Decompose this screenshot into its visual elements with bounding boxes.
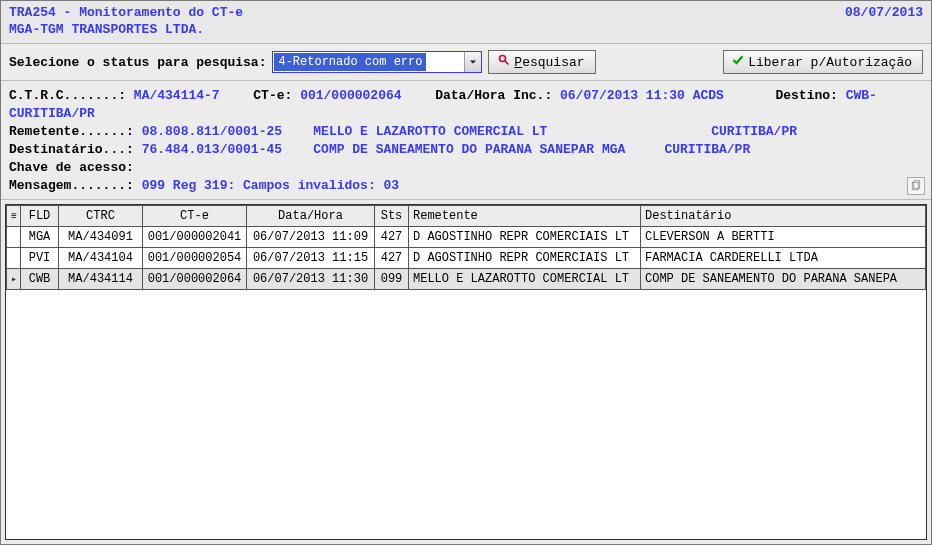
- filter-bar: Selecione o status para pesquisa: 4-Reto…: [1, 44, 931, 81]
- table-row[interactable]: MGAMA/434091001/00000204106/07/2013 11:0…: [7, 227, 926, 248]
- data-table[interactable]: ≡ FLD CTRC CT-e Data/Hora Sts Remetente …: [6, 205, 926, 290]
- destino-label: Destino:: [775, 88, 837, 103]
- cell-sts: 427: [375, 248, 409, 269]
- cell-remetente: MELLO E LAZAROTTO COMERCIAL LT: [409, 269, 641, 290]
- grid: ≡ FLD CTRC CT-e Data/Hora Sts Remetente …: [5, 204, 927, 540]
- destinatario-cnpj: 76.484.013/0001-45: [142, 142, 282, 157]
- col-sts[interactable]: Sts: [375, 206, 409, 227]
- cell-sts: 099: [375, 269, 409, 290]
- status-select-value: 4-Retornado com erro: [274, 53, 426, 71]
- copy-icon[interactable]: [907, 177, 925, 195]
- cell-cte: 001/000002054: [143, 248, 247, 269]
- cell-mark: [7, 227, 21, 248]
- check-icon: [732, 54, 744, 70]
- datahora-value: 06/07/2013 11:30 ACDS: [560, 88, 724, 103]
- col-destinatario[interactable]: Destinatário: [641, 206, 926, 227]
- remetente-cidade: CURITIBA/PR: [711, 124, 797, 139]
- cell-fld: PVI: [21, 248, 59, 269]
- cell-ctrc: MA/434104: [59, 248, 143, 269]
- col-remetente[interactable]: Remetente: [409, 206, 641, 227]
- cell-fld: MGA: [21, 227, 59, 248]
- cell-datahora: 06/07/2013 11:30: [247, 269, 375, 290]
- header-date: 08/07/2013: [845, 5, 923, 20]
- ctrc-value: MA/434114-7: [134, 88, 220, 103]
- company-name: MGA-TGM TRANSPORTES LTDA.: [9, 22, 923, 37]
- col-fld[interactable]: FLD: [21, 206, 59, 227]
- search-button[interactable]: Pesquisar: [488, 50, 596, 74]
- datahora-label: Data/Hora Inc.:: [435, 88, 552, 103]
- cell-destinatario: COMP DE SANEAMENTO DO PARANA SANEPA: [641, 269, 926, 290]
- filter-label: Selecione o status para pesquisa:: [9, 55, 266, 70]
- cell-sts: 427: [375, 227, 409, 248]
- cte-label: CT-e:: [253, 88, 292, 103]
- mensagem-value: 099 Reg 319: Campos invalidos: 03: [142, 178, 399, 193]
- svg-line-1: [505, 61, 509, 65]
- ctrc-label: C.T.R.C.......:: [9, 88, 126, 103]
- search-icon: [498, 54, 510, 70]
- remetente-cnpj: 08.808.811/0001-25: [142, 124, 282, 139]
- cell-ctrc: MA/434114: [59, 269, 143, 290]
- cell-cte: 001/000002041: [143, 227, 247, 248]
- cell-mark: ▸: [7, 269, 21, 290]
- col-ctrc[interactable]: CTRC: [59, 206, 143, 227]
- status-select[interactable]: 4-Retornado com erro: [272, 51, 482, 73]
- app-window: TRA254 - Monitoramento do CT-e 08/07/201…: [0, 0, 932, 545]
- col-cte[interactable]: CT-e: [143, 206, 247, 227]
- cell-datahora: 06/07/2013 11:09: [247, 227, 375, 248]
- cte-value: 001/000002064: [300, 88, 401, 103]
- cell-remetente: D AGOSTINHO REPR COMERCIAIS LT: [409, 227, 641, 248]
- app-title: TRA254 - Monitoramento do CT-e: [9, 5, 243, 20]
- mensagem-label: Mensagem.......:: [9, 178, 134, 193]
- table-row[interactable]: PVIMA/434104001/00000205406/07/2013 11:1…: [7, 248, 926, 269]
- chave-label: Chave de acesso:: [9, 160, 134, 175]
- cell-fld: CWB: [21, 269, 59, 290]
- cell-destinatario: CLEVERSON A BERTTI: [641, 227, 926, 248]
- col-marker[interactable]: ≡: [7, 206, 21, 227]
- authorize-button[interactable]: Liberar p/Autorização: [723, 50, 923, 74]
- remetente-label: Remetente......:: [9, 124, 134, 139]
- destinatario-cidade: CURITIBA/PR: [664, 142, 750, 157]
- cell-datahora: 06/07/2013 11:15: [247, 248, 375, 269]
- col-datahora[interactable]: Data/Hora: [247, 206, 375, 227]
- remetente-nome: MELLO E LAZAROTTO COMERCIAL LT: [313, 124, 547, 139]
- cell-remetente: D AGOSTINHO REPR COMERCIAIS LT: [409, 248, 641, 269]
- authorize-button-label: Liberar p/Autorização: [748, 55, 912, 70]
- details-pane: C.T.R.C.......: MA/434114-7 CT-e: 001/00…: [1, 81, 931, 200]
- cell-mark: [7, 248, 21, 269]
- destinatario-label: Destinatário...:: [9, 142, 134, 157]
- cell-destinatario: FARMACIA CARDERELLI LTDA: [641, 248, 926, 269]
- cell-cte: 001/000002064: [143, 269, 247, 290]
- table-header-row: ≡ FLD CTRC CT-e Data/Hora Sts Remetente …: [7, 206, 926, 227]
- chevron-down-icon: [464, 52, 481, 72]
- destinatario-nome: COMP DE SANEAMENTO DO PARANA SANEPAR MGA: [313, 142, 625, 157]
- search-button-label: Pesquisar: [514, 55, 584, 70]
- svg-point-0: [500, 56, 506, 62]
- table-row[interactable]: ▸CWBMA/434114001/00000206406/07/2013 11:…: [7, 269, 926, 290]
- cell-ctrc: MA/434091: [59, 227, 143, 248]
- titlebar: TRA254 - Monitoramento do CT-e 08/07/201…: [1, 1, 931, 44]
